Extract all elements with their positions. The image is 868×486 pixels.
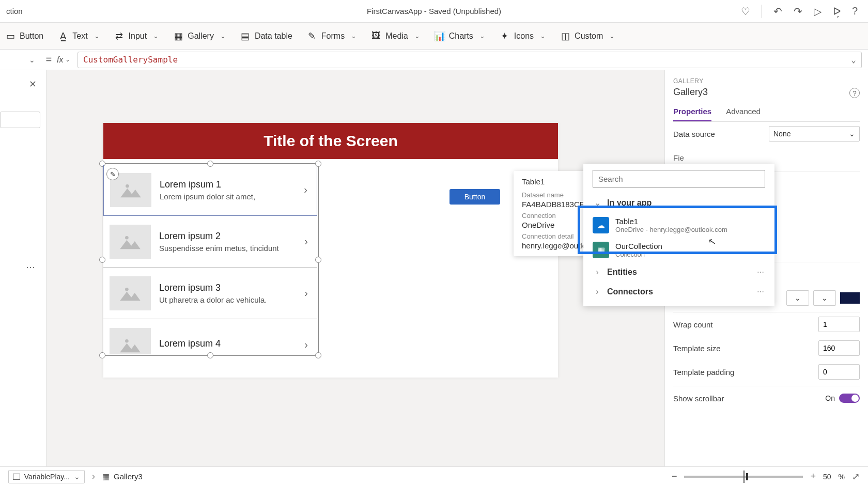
app-title: FirstCanvasApp - Saved (Unpublished) [367, 7, 501, 15]
prop-templatesize-label: Template size [673, 344, 721, 353]
insert-media[interactable]: 🖼Media [371, 31, 420, 41]
datasource-search-input[interactable] [593, 170, 765, 187]
item-title: Lorem ipsum 1 [160, 179, 296, 190]
tree-search-box[interactable] [0, 112, 40, 128]
thumbnail-icon [110, 225, 151, 259]
prop-templatepadding-input[interactable] [818, 364, 860, 380]
ds-item-title: OurCollection [615, 242, 662, 250]
border-style-dd[interactable]: ⌄ [786, 290, 809, 306]
gallery-item[interactable]: Lorem ipsum 3Ut pharetra a dolor ac vehi… [103, 268, 317, 319]
title-left-fragment: ction [6, 7, 23, 15]
close-pane-icon[interactable]: ✕ [29, 79, 37, 90]
tab-advanced[interactable]: Advanced [726, 107, 761, 121]
media-icon: 🖼 [371, 31, 381, 41]
chevron-right-icon[interactable]: › [304, 339, 311, 351]
ds-section-entities[interactable]: › Entities ⋯ [583, 262, 774, 282]
insert-forms[interactable]: ✎Forms [307, 31, 357, 41]
health-icon[interactable]: ♡ [741, 5, 750, 18]
insert-gallery[interactable]: ▦Gallery [173, 31, 226, 41]
border-width-dd[interactable]: ⌄ [813, 290, 836, 306]
tree-more-icon[interactable]: ⋯ [26, 261, 36, 273]
chevron-right-icon[interactable]: › [304, 184, 311, 196]
gallery-item[interactable]: Lorem ipsum 1Lorem ipsum dolor sit amet,… [103, 165, 317, 216]
property-dropdown[interactable]: ⌄ [0, 52, 40, 68]
datatable-icon: ▤ [240, 31, 251, 41]
edit-template-icon[interactable]: ✎ [106, 168, 119, 180]
breadcrumb-separator [92, 471, 95, 482]
insert-text[interactable]: A̲Text [58, 31, 99, 41]
svg-marker-1 [120, 188, 141, 197]
chevron-down-icon: ⌄ [849, 130, 855, 138]
tab-properties[interactable]: Properties [673, 107, 711, 121]
svg-point-0 [126, 184, 129, 188]
gallery-selection[interactable]: ✎ Lorem ipsum 1Lorem ipsum dolor sit ame… [102, 163, 319, 356]
gallery-icon: ▦ [173, 31, 183, 41]
insert-charts[interactable]: 📊Charts [435, 31, 485, 41]
title-bar: ction FirstCanvasApp - Saved (Unpublishe… [0, 0, 868, 23]
ds-item-subtitle: Collection [615, 250, 662, 258]
item-title: Lorem ipsum 4 [159, 338, 296, 349]
formula-input[interactable]: CustomGallerySample ⌄ [78, 52, 862, 68]
gallery-item[interactable]: Lorem ipsum 4 › [103, 319, 317, 354]
zoom-out-icon[interactable]: − [672, 471, 677, 482]
chevron-right-icon[interactable]: › [304, 236, 311, 247]
insert-datatable[interactable]: ▤Data table [240, 31, 292, 41]
equals-label: = [40, 54, 57, 66]
insert-custom[interactable]: ◫Custom [560, 31, 615, 41]
property-control-name: Gallery3 [673, 87, 860, 98]
svg-point-6 [125, 339, 129, 343]
chevron-right-icon[interactable]: › [304, 287, 311, 299]
gallery-item[interactable]: Lorem ipsum 2Suspendisse enim metus, tin… [103, 216, 317, 268]
gallery-body: Lorem ipsum 1Lorem ipsum dolor sit amet,… [103, 165, 317, 354]
insert-icons[interactable]: ✦Icons [500, 31, 546, 41]
insert-ribbon: ▭Button A̲Text ⇄Input ▦Gallery ▤Data tab… [0, 23, 868, 50]
item-subtitle: Suspendisse enim metus, tincidunt [159, 244, 296, 253]
ds-item-subtitle: OneDrive - henry.legge@outlook.com [615, 226, 727, 233]
chevron-right-icon: › [593, 268, 602, 277]
help-icon[interactable]: ? [852, 5, 858, 17]
fit-screen-icon[interactable]: ⤢ [852, 471, 860, 482]
prop-templatepadding-label: Template padding [673, 368, 734, 377]
play-icon[interactable]: ▷ [814, 5, 822, 18]
item-title: Lorem ipsum 2 [159, 231, 296, 242]
ds-item-table1[interactable]: ☁ Table1 OneDrive - henry.legge@outlook.… [583, 213, 774, 238]
canvas[interactable]: Title of the Screen ✎ Lorem ipsum 1Lorem… [47, 70, 664, 466]
chevron-right-icon: › [593, 287, 602, 296]
icons-icon: ✦ [500, 31, 510, 41]
insert-button[interactable]: ▭Button [5, 31, 43, 41]
insert-input[interactable]: ⇄Input [114, 31, 159, 41]
undo-icon[interactable]: ↶ [773, 5, 782, 18]
item-subtitle: Ut pharetra a dolor ac vehicula. [159, 295, 296, 304]
screen-title-label: Title of the Screen [103, 123, 558, 159]
prop-scrollbar-label: Show scrollbar [673, 394, 724, 403]
ds-section-connectors[interactable]: › Connectors ⋯ [583, 282, 774, 302]
redo-icon[interactable]: ↷ [794, 5, 802, 18]
thumbnail-icon [110, 328, 151, 355]
prop-scrollbar-toggle[interactable] [839, 394, 860, 403]
breadcrumb-screen[interactable]: VariablePlay... ⌄ [8, 470, 85, 483]
prop-datasource-dropdown[interactable]: None⌄ [769, 126, 860, 142]
border-color-swatch[interactable] [840, 292, 860, 304]
more-icon[interactable]: ⋯ [757, 268, 765, 276]
formula-text: CustomGallerySample [83, 55, 178, 65]
item-title: Lorem ipsum 3 [159, 283, 296, 293]
gallery-icon: ▦ [102, 472, 110, 481]
more-icon[interactable]: ⋯ [757, 288, 765, 296]
expand-formula-icon[interactable]: ⌄ [851, 55, 856, 65]
share-icon[interactable]: ᐅ̦ [833, 5, 841, 18]
fx-label[interactable]: fx⌄ [57, 55, 78, 65]
zoom-slider[interactable] [684, 476, 803, 478]
prop-wrapcount-input[interactable] [818, 317, 860, 332]
canvas-button[interactable]: Button [450, 189, 500, 205]
prop-fields-label: Fie [673, 153, 684, 162]
input-icon: ⇄ [114, 31, 125, 41]
ds-section-inyourapp[interactable]: ⌄ In your app [583, 193, 774, 213]
breadcrumb-control[interactable]: ▦ Gallery3 [102, 472, 143, 481]
svg-marker-5 [120, 291, 141, 301]
zoom-in-icon[interactable]: + [810, 471, 816, 482]
custom-icon: ◫ [560, 31, 570, 41]
pane-help-icon[interactable]: ? [849, 88, 860, 98]
ds-item-ourcollection[interactable]: ▦ OurCollection Collection [583, 238, 774, 262]
item-subtitle: Lorem ipsum dolor sit amet, [160, 192, 296, 201]
prop-templatesize-input[interactable] [818, 340, 860, 356]
